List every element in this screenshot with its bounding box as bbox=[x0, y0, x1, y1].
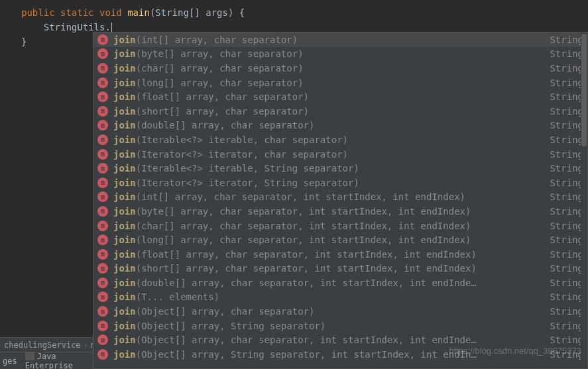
completion-return-type: String bbox=[542, 306, 583, 317]
completion-params: (short[] array, char separator, int star… bbox=[136, 263, 477, 274]
completion-item[interactable]: mjoin(short[] array, char separator)Stri… bbox=[93, 104, 587, 119]
completion-params: (Object[] array, char separator) bbox=[136, 306, 315, 317]
completion-params: (Iterable<?> iterable, String separator) bbox=[136, 163, 359, 174]
method-icon: m bbox=[97, 91, 108, 102]
completion-return-type: String bbox=[542, 78, 583, 88]
completion-item[interactable]: mjoin(float[] array, char separator)Stri… bbox=[93, 89, 587, 104]
completion-return-type: String bbox=[542, 91, 583, 102]
completion-name: join bbox=[113, 63, 136, 74]
breadcrumb[interactable]: chedulingService › main bbox=[0, 337, 93, 352]
breadcrumb-class[interactable]: chedulingService bbox=[4, 341, 81, 350]
completion-return-type: String bbox=[542, 191, 583, 202]
completion-params: (Iterator<?> iterator, char separator) bbox=[136, 149, 348, 160]
method-icon: m bbox=[97, 134, 108, 145]
method-icon: m bbox=[97, 291, 108, 302]
completion-params: (char[] array, char separator) bbox=[136, 63, 304, 74]
completion-name: join bbox=[113, 306, 136, 317]
breadcrumb-sep-icon: › bbox=[84, 341, 88, 350]
completion-return-type: String bbox=[542, 134, 583, 145]
completion-return-type: String bbox=[542, 335, 583, 345]
java-enterprise-icon bbox=[25, 352, 34, 360]
method-icon: m bbox=[97, 235, 108, 245]
completion-item[interactable]: mjoin(byte[] array, char separator)Strin… bbox=[93, 47, 587, 62]
completion-item[interactable]: mjoin(float[] array, char separator, int… bbox=[93, 247, 587, 262]
completion-params: (char[] array, char separator, int start… bbox=[136, 221, 471, 231]
completion-item[interactable]: mjoin(double[] array, char separator, in… bbox=[93, 276, 587, 290]
tool-tab-java-enterprise[interactable]: Java Enterprise bbox=[25, 352, 82, 370]
completion-return-type: String bbox=[542, 149, 583, 160]
method-icon: m bbox=[97, 221, 108, 231]
completion-name: join bbox=[113, 278, 136, 288]
method-icon: m bbox=[97, 178, 108, 188]
completion-name: join bbox=[113, 120, 136, 131]
completion-params: (Object[] array, char separator, int sta… bbox=[136, 335, 477, 345]
completion-name: join bbox=[113, 149, 136, 160]
completion-params: (double[] array, char separator) bbox=[136, 120, 315, 131]
completion-name: join bbox=[113, 106, 136, 117]
completion-name: join bbox=[113, 134, 136, 145]
completion-item[interactable]: mjoin(char[] array, char separator, int … bbox=[93, 219, 587, 233]
completion-params: (Iterator<?> iterator, String separator) bbox=[136, 178, 359, 188]
completion-return-type: String bbox=[542, 34, 583, 45]
scrollbar-thumb[interactable] bbox=[581, 34, 587, 146]
completion-name: join bbox=[113, 34, 136, 45]
completion-item[interactable]: mjoin(Object[] array, String separator)S… bbox=[93, 319, 587, 333]
completion-item[interactable]: mjoin(byte[] array, char separator, int … bbox=[93, 204, 587, 219]
method-icon: m bbox=[97, 206, 108, 217]
completion-item[interactable]: mjoin(Object[] array, char separator)Str… bbox=[93, 304, 587, 319]
completion-return-type: String bbox=[542, 106, 583, 117]
params-main: (String[] args) { bbox=[150, 7, 245, 18]
breadcrumb-method[interactable]: main bbox=[91, 341, 93, 350]
popup-scrollbar[interactable] bbox=[581, 32, 587, 368]
completion-params: (Iterable<?> iterable, char separator) bbox=[136, 134, 348, 145]
keyword-void: void bbox=[99, 7, 122, 18]
completion-item[interactable]: mjoin(short[] array, char separator, int… bbox=[93, 262, 587, 276]
completion-item[interactable]: mjoin(Object[] array, char separator, in… bbox=[93, 333, 587, 347]
completion-item[interactable]: mjoin(double[] array, char separator)Str… bbox=[93, 119, 587, 133]
completion-name: join bbox=[113, 221, 136, 231]
completion-return-type: String bbox=[542, 63, 583, 74]
method-icon: m bbox=[97, 106, 108, 117]
completion-item[interactable]: mjoin(Iterator<?> iterator, String separ… bbox=[93, 176, 587, 190]
completion-name: join bbox=[113, 163, 136, 174]
method-icon: m bbox=[97, 249, 108, 260]
completion-item[interactable]: mjoin(long[] array, char separator, int … bbox=[93, 233, 587, 247]
completion-name: join bbox=[113, 91, 136, 102]
method-icon: m bbox=[97, 321, 108, 331]
completion-params: (byte[] array, char separator, int start… bbox=[136, 206, 471, 217]
method-icon: m bbox=[97, 48, 108, 59]
method-icon: m bbox=[97, 263, 108, 274]
completion-params: (int[] array, char separator, int startI… bbox=[136, 191, 465, 202]
completion-name: join bbox=[113, 291, 136, 302]
completion-item[interactable]: mjoin(char[] array, char separator)Strin… bbox=[93, 61, 587, 76]
completion-params: (long[] array, char separator, int start… bbox=[136, 235, 471, 245]
completion-params: (Object[] array, String separator) bbox=[136, 321, 326, 331]
completion-item[interactable]: mjoin(T... elements)String bbox=[93, 290, 587, 305]
method-icon: m bbox=[97, 63, 108, 74]
completion-popup[interactable]: mjoin(int[] array, char separator)String… bbox=[93, 32, 588, 369]
completion-item[interactable]: mjoin(Iterator<?> iterator, char separat… bbox=[93, 147, 587, 162]
completion-name: join bbox=[113, 235, 136, 245]
method-icon: m bbox=[97, 34, 108, 45]
completion-name: join bbox=[113, 335, 136, 345]
completion-return-type: String bbox=[542, 163, 583, 174]
completion-params: (long[] array, char separator) bbox=[136, 78, 304, 88]
completion-return-type: String bbox=[542, 321, 583, 331]
completion-return-type: String bbox=[542, 263, 583, 274]
completion-item[interactable]: mjoin(Iterable<?> iterable, String separ… bbox=[93, 161, 587, 176]
function-main: main bbox=[127, 7, 150, 18]
method-icon: m bbox=[97, 78, 108, 88]
code-line-1: public static void main(String[] args) { bbox=[0, 5, 588, 20]
completion-item[interactable]: mjoin(Iterable<?> iterable, char separat… bbox=[93, 132, 587, 147]
method-icon: m bbox=[97, 120, 108, 131]
tool-tab-messages[interactable]: ges bbox=[3, 356, 17, 366]
method-icon: m bbox=[97, 191, 108, 202]
completion-params: (T... elements) bbox=[136, 291, 219, 302]
completion-return-type: String bbox=[542, 206, 583, 217]
completion-item[interactable]: mjoin(int[] array, char separator, int s… bbox=[93, 190, 587, 205]
completion-item[interactable]: mjoin(long[] array, char separator)Strin… bbox=[93, 76, 587, 90]
completion-item[interactable]: mjoin(int[] array, char separator)String bbox=[93, 32, 587, 47]
completion-list[interactable]: mjoin(int[] array, char separator)String… bbox=[93, 32, 587, 362]
completion-params: (short[] array, char separator) bbox=[136, 106, 309, 117]
method-icon: m bbox=[97, 335, 108, 345]
